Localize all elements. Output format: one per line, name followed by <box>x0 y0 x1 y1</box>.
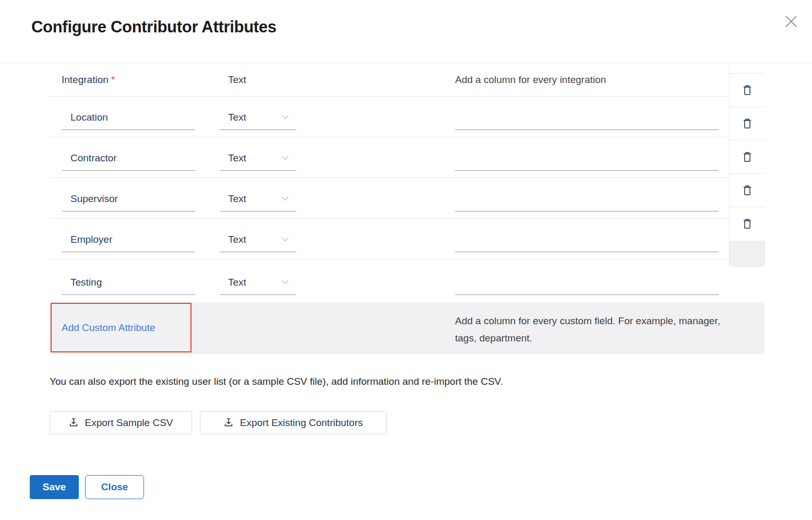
trash-icon <box>742 85 753 96</box>
attribute-type-label: Text <box>228 74 246 86</box>
table-row-employer: Text <box>50 219 729 259</box>
export-sample-csv-label: Export Sample CSV <box>85 417 173 429</box>
attribute-name-input[interactable] <box>62 227 195 252</box>
type-select-value: Text <box>220 152 246 164</box>
table-row-integration: Integration * Text Add a column for ever… <box>50 63 729 97</box>
close-icon[interactable] <box>782 13 800 30</box>
export-sample-csv-button[interactable]: Export Sample CSV <box>50 411 192 434</box>
download-icon <box>224 418 233 428</box>
close-button[interactable]: Close <box>85 475 144 499</box>
export-existing-contributors-button[interactable]: Export Existing Contributors <box>200 411 387 434</box>
attribute-name-label: Integration * <box>62 74 115 86</box>
export-note: You can also export the existing user li… <box>50 376 503 387</box>
attribute-description-input[interactable] <box>455 146 719 171</box>
attribute-description-input[interactable] <box>455 186 719 211</box>
chevron-down-icon <box>281 237 289 242</box>
table-row-contractor: Text <box>50 137 729 178</box>
download-icon <box>69 418 78 428</box>
type-select[interactable]: Text <box>220 270 296 295</box>
save-button[interactable]: Save <box>30 475 79 499</box>
attribute-name-input[interactable] <box>62 105 195 130</box>
page-title: Configure Contributor Attributes <box>31 18 277 37</box>
trash-icon <box>742 118 753 129</box>
attribute-description-input[interactable] <box>455 270 719 295</box>
export-existing-contributors-label: Export Existing Contributors <box>240 417 363 429</box>
add-custom-attribute-highlight: Add Custom Attribute <box>51 303 192 352</box>
attribute-description-label: Add a column for every integration <box>455 74 606 86</box>
attribute-description-input[interactable] <box>455 105 719 130</box>
delete-attribute-button[interactable] <box>730 140 765 174</box>
add-custom-attribute-link[interactable]: Add Custom Attribute <box>62 322 156 334</box>
type-select-value: Text <box>220 277 246 288</box>
delete-column-spacer <box>730 63 765 74</box>
delete-column-empty-cell <box>730 241 765 267</box>
delete-attribute-button[interactable] <box>730 107 765 140</box>
table-row-testing: Text <box>50 259 729 302</box>
type-select[interactable]: Text <box>220 186 296 211</box>
chevron-down-icon <box>281 156 289 160</box>
type-select[interactable]: Text <box>220 105 296 130</box>
delete-attribute-button[interactable] <box>730 207 765 241</box>
attribute-name-input[interactable] <box>62 146 195 171</box>
trash-icon <box>742 185 753 196</box>
chevron-down-icon <box>281 196 289 201</box>
required-asterisk: * <box>111 74 115 85</box>
type-select-value: Text <box>220 234 246 245</box>
chevron-down-icon <box>281 280 289 285</box>
attribute-name-input[interactable] <box>62 270 195 295</box>
x-icon <box>784 15 798 28</box>
integration-label: Integration <box>62 74 109 85</box>
custom-attribute-description: Add a column for every custom field. For… <box>455 312 732 347</box>
attribute-name-input[interactable] <box>62 186 195 211</box>
type-select-value: Text <box>220 193 246 205</box>
attribute-description-input[interactable] <box>455 227 719 252</box>
trash-icon <box>742 151 753 163</box>
delete-attribute-button[interactable] <box>730 74 765 107</box>
delete-attribute-button[interactable] <box>730 174 765 207</box>
configure-contributor-attributes-dialog: Configure Contributor Attributes Integra… <box>0 0 812 520</box>
type-select-value: Text <box>220 112 246 123</box>
trash-icon <box>742 218 753 230</box>
table-row-location: Text <box>50 97 729 137</box>
type-select[interactable]: Text <box>220 227 296 252</box>
type-select[interactable]: Text <box>220 146 296 171</box>
chevron-down-icon <box>281 115 289 120</box>
delete-actions-column <box>729 63 765 267</box>
table-row-supervisor: Text <box>50 178 729 219</box>
